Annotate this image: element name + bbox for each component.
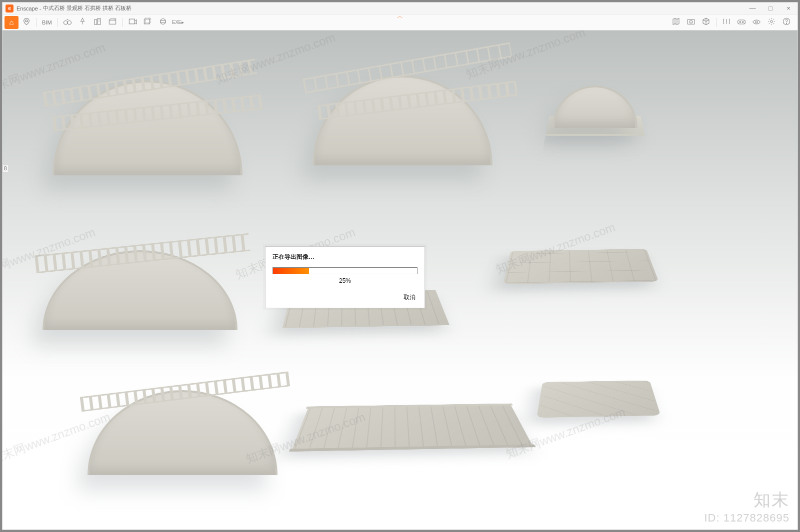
bridge-model [536,381,660,418]
cancel-button[interactable]: 取消 [402,292,418,303]
screenshot-button[interactable] [684,16,698,29]
svg-rect-8 [109,20,116,24]
bridge-model [18,50,278,210]
svg-point-20 [740,21,741,23]
render-viewport[interactable]: 8 [2,30,798,530]
document-title: 中式石桥 景观桥 石拱桥 拱桥 石板桥 [43,4,132,12]
tab-indicator-icon[interactable]: ︿ [394,14,406,17]
maximize-button[interactable]: □ [762,2,780,14]
svg-rect-5 [98,18,100,24]
svg-point-0 [26,20,28,22]
toolbar-separator [57,18,58,27]
settings-button[interactable] [764,16,778,29]
close-button[interactable]: × [780,2,798,14]
vr-split-icon [722,18,731,26]
toolbar-separator [716,18,716,27]
bridge-model [503,249,658,284]
assets-button[interactable] [90,16,104,29]
bridge-model [292,404,532,451]
panorama-button[interactable] [156,16,170,29]
svg-point-23 [770,20,772,22]
building-icon [94,17,102,27]
brand-name: 知末 [704,489,790,512]
svg-point-25 [786,23,786,23]
svg-point-1 [64,21,68,25]
svg-point-22 [756,21,758,23]
vr-headset-icon [737,18,746,26]
visibility-button[interactable] [750,16,764,29]
progress-fill [273,268,309,274]
bridge-model [282,40,528,195]
svg-point-13 [160,20,166,22]
progress-bar [272,267,418,274]
toolbar: ⌂ BIM [2,14,798,30]
help-icon [782,17,790,27]
clapperboard-icon [108,18,116,26]
svg-rect-9 [129,19,134,24]
dialog-actions: 取消 [272,292,418,303]
bridge-model [72,370,298,500]
app-logo-icon: e [6,4,14,12]
export-image-button[interactable] [126,16,140,29]
walkthrough-button[interactable] [60,16,74,29]
location-button[interactable] [76,16,90,29]
favorites-button[interactable] [20,16,34,29]
svg-rect-4 [94,19,97,24]
panorama-icon [158,18,168,26]
map-pin-icon [22,17,30,27]
export-progress-dialog: 正在导出图像… 25% 取消 [265,246,425,308]
svg-rect-19 [738,20,746,24]
stereo-button[interactable] [720,16,734,29]
side-marker: 8 [3,165,8,172]
brand-watermark: 知末 ID: 1127828695 [704,489,790,525]
toolbar-separator [36,18,37,27]
app-window: e Enscape - 中式石桥 景观桥 石拱桥 拱桥 石板桥 — □ × ⌂ … [2,2,798,530]
export-batch-button[interactable] [141,16,155,29]
cube-icon [702,17,710,27]
minimize-button[interactable]: — [744,2,762,14]
export-exe-button[interactable]: EXE▸ [171,16,185,29]
export-exe-icon: EXE▸ [172,19,184,25]
bridge-model [22,235,262,350]
svg-point-21 [742,21,744,23]
brand-id: ID: 1127828695 [704,512,790,525]
svg-rect-16 [688,19,694,24]
perspective-button[interactable] [699,16,713,29]
bridge-model [548,80,648,150]
dialog-title: 正在导出图像… [272,253,418,261]
title-separator: - [38,5,43,11]
visibility-icon [752,18,761,26]
home-icon: ⌂ [9,18,14,26]
progress-percent: 25% [272,277,418,284]
vr-button[interactable] [734,16,748,29]
window-controls: — □ × [744,2,798,14]
video-button[interactable] [106,16,120,29]
toolbar-separator [122,18,123,27]
binoculars-icon [63,17,72,27]
svg-point-17 [690,20,692,23]
app-name: Enscape [16,5,38,11]
svg-point-12 [160,18,166,24]
export-batch-icon [144,17,152,27]
export-image-icon [128,17,138,27]
svg-point-2 [68,21,72,25]
help-button[interactable] [780,16,794,29]
screenshot-icon [687,18,695,26]
marker-icon [79,17,86,27]
map-icon [672,17,680,27]
toolbar-left: ⌂ BIM [4,16,185,29]
toolbar-right [669,16,794,29]
home-button[interactable]: ⌂ [4,16,18,29]
settings-icon [768,17,776,27]
bim-label[interactable]: BIM [40,19,54,25]
minimap-button[interactable] [669,16,683,29]
